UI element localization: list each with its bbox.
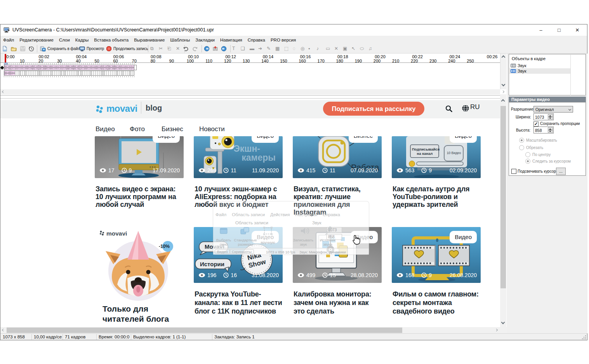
next-frame-button[interactable]: [221, 45, 227, 52]
promo-card[interactable]: movavi: [95, 227, 184, 303]
center-radio[interactable]: [525, 152, 530, 157]
button-tool-button[interactable]: ▭: [326, 45, 334, 52]
undo-button[interactable]: [183, 45, 189, 52]
more-options-button[interactable]: ...: [556, 168, 566, 175]
scale-radio[interactable]: [519, 138, 524, 143]
card-title[interactable]: Фильм о самом главном:секреты монтажасва…: [393, 290, 479, 315]
timeline-vertical-scrollbar[interactable]: [500, 54, 506, 89]
crop-radio[interactable]: [519, 145, 524, 150]
recorder-menu-item[interactable]: Область записи: [232, 212, 265, 217]
follow-cursor-radio[interactable]: [525, 159, 530, 164]
title-bar[interactable]: UVScreenCamera - C:\Users\mrash\Document…: [0, 24, 587, 36]
recorder-menu-item[interactable]: Справка: [323, 212, 340, 217]
width-input[interactable]: 1073: [533, 113, 554, 120]
select-lasso-button[interactable]: ◌: [293, 45, 301, 52]
prev-frame-button[interactable]: [204, 45, 210, 52]
rectangle-tool-button[interactable]: ▬: [250, 45, 257, 52]
scroll-left-icon[interactable]: [2, 90, 5, 93]
recorder-menu-item[interactable]: Настройки: [295, 212, 317, 217]
height-spinner[interactable]: [548, 127, 553, 133]
scroll-right-icon[interactable]: [495, 329, 498, 331]
menu-item[interactable]: Файл: [0, 37, 17, 43]
effect-tool-button[interactable]: ✕: [334, 45, 342, 52]
scroll-down-icon[interactable]: [501, 321, 505, 324]
card-title[interactable]: Калибровка монитора:зачем она нужна и ка…: [294, 290, 372, 315]
maximize-button[interactable]: □: [553, 26, 565, 34]
highlight-cursor-checkbox[interactable]: [511, 169, 516, 174]
recorder-screens-tab[interactable]: Скриншоты: [229, 249, 254, 254]
resize-grip[interactable]: [581, 335, 586, 339]
menu-item[interactable]: Шаблоны: [167, 37, 193, 43]
save-to-file-button[interactable]: Сохранить в файл: [40, 45, 80, 52]
arrow-tool-button[interactable]: ➔: [258, 45, 266, 52]
manual-area-icon[interactable]: [263, 226, 273, 236]
open-project-button[interactable]: [11, 45, 17, 52]
frame-tool-button[interactable]: ▣: [343, 45, 351, 52]
menu-item[interactable]: Слои: [56, 37, 73, 43]
sound-tool-button[interactable]: ♪: [316, 45, 324, 52]
subscribe-button[interactable]: Подписаться на рассылку: [323, 102, 424, 116]
copy-button[interactable]: ⧉: [150, 45, 158, 52]
object-item-sound-1[interactable]: Звук: [509, 63, 570, 68]
card-title[interactable]: Запись видео с экрана:10 лучших программ…: [96, 185, 176, 208]
standard-sizes-icon[interactable]: [240, 227, 250, 235]
new-project-button[interactable]: [2, 45, 8, 52]
sound-source-icon[interactable]: [323, 225, 333, 236]
card-title[interactable]: Как сделать аутро дляYouTube-роликов иуд…: [393, 185, 469, 208]
history-button[interactable]: [28, 45, 34, 52]
pen-tool-button[interactable]: ✎: [267, 45, 275, 52]
dot-tool-button[interactable]: ▪: [308, 45, 316, 52]
scroll-up-icon[interactable]: [502, 55, 506, 59]
menu-item[interactable]: Вставка объекта: [91, 37, 131, 43]
image-tool-button[interactable]: ▦: [275, 45, 283, 52]
scroll-up-icon[interactable]: [501, 99, 505, 103]
continue-recording-button[interactable]: Продолжить запись: [106, 45, 148, 52]
scroll-down-icon[interactable]: [502, 83, 506, 87]
preview-horizontal-scrollbar[interactable]: [0, 327, 500, 333]
ellipse-tool-button[interactable]: ⬭: [360, 45, 368, 52]
text-tool-button[interactable]: T: [232, 45, 240, 52]
record-sound-icon[interactable]: [299, 226, 311, 236]
paste-button[interactable]: ⎗: [167, 45, 175, 52]
globe-icon[interactable]: [462, 104, 469, 112]
preview-button[interactable]: Просмотр: [79, 45, 104, 52]
nav-business[interactable]: Бизнес: [162, 125, 199, 133]
frames-track[interactable]: [4, 71, 134, 76]
insert-frame-button[interactable]: [212, 45, 218, 52]
menu-item[interactable]: Кадры: [73, 37, 91, 43]
preview-vscroll-thumb[interactable]: [500, 106, 506, 288]
preview-hscroll-thumb[interactable]: [7, 328, 402, 333]
height-input[interactable]: 858: [533, 127, 554, 133]
keyframe-marker[interactable]: [0, 66, 4, 70]
save-project-button[interactable]: [20, 45, 26, 52]
audio-track[interactable]: [4, 65, 134, 70]
card-title[interactable]: Раскрутка YouTube-канала: как в 11 лет в…: [195, 290, 282, 315]
minimize-button[interactable]: –: [535, 26, 547, 34]
nav-video[interactable]: Видео: [96, 125, 130, 133]
scroll-right-icon[interactable]: [502, 90, 504, 93]
blog-logo[interactable]: movavi blog: [96, 103, 259, 116]
scroll-left-icon[interactable]: [2, 329, 5, 331]
menu-item[interactable]: Навигация: [217, 37, 245, 43]
redo-button[interactable]: [192, 45, 198, 52]
delete-button[interactable]: ✕: [176, 45, 184, 52]
select-window-icon[interactable]: [219, 227, 228, 235]
menu-item[interactable]: Справка: [245, 37, 268, 43]
width-spinner[interactable]: [548, 114, 553, 120]
zoom-tool-button[interactable]: ◎: [301, 45, 308, 52]
timeline-ruler[interactable]: 0:00 00:0200:0400:0600:0800:1000:1200:14…: [0, 54, 500, 63]
close-button[interactable]: ✕: [572, 26, 583, 34]
preview-vertical-scrollbar[interactable]: [500, 94, 506, 327]
keep-proportions-checkbox[interactable]: ✓: [533, 121, 539, 127]
recorder-menu-item[interactable]: Файл: [215, 212, 226, 217]
nav-news[interactable]: Новости: [199, 125, 225, 133]
select-rect-button[interactable]: ⬚: [284, 45, 292, 52]
menu-item[interactable]: Закладки: [193, 37, 217, 43]
frame-preview[interactable]: movavi blog Подписаться на рассылку RU В: [0, 94, 500, 327]
language-selector[interactable]: RU: [470, 103, 480, 111]
mute-tool-button[interactable]: ♫: [368, 45, 376, 52]
cut-button[interactable]: ✂: [159, 45, 167, 52]
menu-item[interactable]: Выравнивание: [131, 37, 167, 43]
menu-item[interactable]: Редактирование: [17, 37, 56, 43]
cursor-tool-button[interactable]: ↖: [351, 45, 359, 52]
